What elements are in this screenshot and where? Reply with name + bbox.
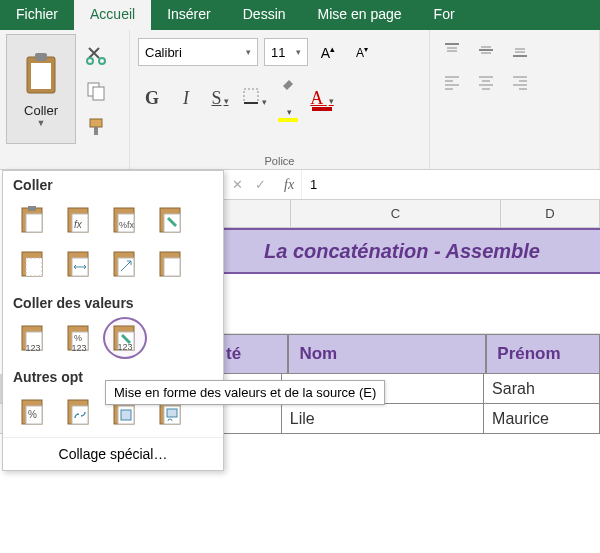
scissors-icon <box>85 44 107 66</box>
tooltip: Mise en forme des valeurs et de la sourc… <box>105 380 385 405</box>
paste-option-column-widths[interactable] <box>57 243 101 285</box>
title-merged-cell[interactable]: La concaténation - Assemble <box>222 228 600 274</box>
align-middle-button[interactable] <box>472 38 500 62</box>
paste-option-transpose[interactable] <box>103 243 147 285</box>
paste-option-keep-source-format[interactable] <box>149 199 193 241</box>
shrink-font-button[interactable]: A▾ <box>348 45 376 60</box>
paste-section-label: Coller <box>3 171 223 195</box>
align-right-button[interactable] <box>506 70 534 94</box>
menu-bar: Fichier Accueil Insérer Dessin Mise en p… <box>0 0 600 30</box>
svg-rect-68 <box>167 409 177 417</box>
svg-text:%: % <box>28 409 37 420</box>
svg-rect-44 <box>26 258 42 276</box>
menu-draw[interactable]: Dessin <box>227 0 302 30</box>
svg-text:%fx: %fx <box>119 220 135 230</box>
clipboard-merge-icon <box>156 248 186 280</box>
cell-nom[interactable]: Lile <box>282 404 484 434</box>
chevron-down-icon: ▾ <box>246 47 251 57</box>
svg-rect-9 <box>244 89 258 103</box>
font-color-button[interactable]: A ▾ <box>308 88 336 109</box>
paste-option-formulas-number[interactable]: %fx <box>103 199 147 241</box>
svg-rect-6 <box>93 87 104 100</box>
paste-values-number-format[interactable]: %123 <box>57 317 101 359</box>
align-bottom-icon <box>511 41 529 59</box>
menu-insert[interactable]: Insérer <box>151 0 227 30</box>
font-size-selector[interactable]: 11▾ <box>264 38 308 66</box>
paste-option-formulas[interactable]: fx <box>57 199 101 241</box>
svg-text:%: % <box>74 333 82 343</box>
font-group: Calibri▾ 11▾ A▴ A▾ G I S▾ ▾ ▾ A ▾ Police <box>130 30 430 169</box>
svg-rect-48 <box>118 258 134 276</box>
copy-icon <box>85 80 107 102</box>
accept-button[interactable]: ✓ <box>255 177 266 192</box>
align-right-icon <box>511 73 529 91</box>
font-name-value: Calibri <box>145 45 182 60</box>
align-left-button[interactable] <box>438 70 466 94</box>
paste-formatting[interactable]: % <box>11 391 55 433</box>
borders-button[interactable]: ▾ <box>240 87 268 110</box>
clipboard-icon <box>21 51 61 99</box>
header-prenom[interactable]: Prénom <box>486 334 600 374</box>
bold-button[interactable]: G <box>138 88 166 109</box>
svg-rect-2 <box>35 53 47 61</box>
paste-dropdown-panel: Coller fx %fx Coller des valeurs 123 %12… <box>2 170 224 471</box>
paste-button[interactable]: Coller ▼ <box>6 34 76 144</box>
format-painter-icon <box>85 116 107 138</box>
clipboard-transpose-icon <box>110 248 140 280</box>
menu-home[interactable]: Accueil <box>74 0 151 30</box>
svg-rect-34 <box>28 206 36 211</box>
underline-button[interactable]: S▾ <box>206 88 234 109</box>
paste-option-merge-conditional[interactable] <box>149 243 193 285</box>
formula-value[interactable]: 1 <box>302 177 325 192</box>
empty-row[interactable] <box>222 274 600 334</box>
cell-prenom[interactable]: Maurice <box>484 404 600 434</box>
borders-icon <box>242 87 260 105</box>
menu-file[interactable]: Fichier <box>0 0 74 30</box>
cancel-button[interactable]: ✕ <box>232 177 243 192</box>
paste-values-only[interactable]: 123 <box>11 317 55 359</box>
cell-prenom[interactable]: Sarah <box>484 374 600 404</box>
clipboard-width-icon <box>64 248 94 280</box>
paste-label: Coller <box>24 103 58 118</box>
format-painter-button[interactable] <box>80 112 112 142</box>
col-head-b-partial[interactable] <box>222 200 291 228</box>
svg-point-3 <box>87 58 93 64</box>
fx-label[interactable]: fx <box>284 177 294 193</box>
menu-layout[interactable]: Mise en page <box>302 0 418 30</box>
svg-text:fx: fx <box>74 219 83 230</box>
formula-bar: ✕ ✓ fx 1 <box>222 170 600 200</box>
svg-rect-65 <box>121 410 131 420</box>
clipboard-link-icon <box>64 396 94 428</box>
menu-formulas[interactable]: For <box>418 0 471 30</box>
svg-point-4 <box>99 58 105 64</box>
clipboard-brush-icon <box>156 204 186 236</box>
font-name-selector[interactable]: Calibri▾ <box>138 38 258 66</box>
grow-font-button[interactable]: A▴ <box>314 44 342 61</box>
cut-button[interactable] <box>80 40 112 70</box>
align-top-button[interactable] <box>438 38 466 62</box>
copy-button[interactable] <box>80 76 112 106</box>
paste-link[interactable] <box>57 391 101 433</box>
table-header-row: té Nom Prénom <box>222 334 600 374</box>
align-left-icon <box>443 73 461 91</box>
italic-button[interactable]: I <box>172 88 200 109</box>
header-nom[interactable]: Nom <box>288 334 486 374</box>
align-center-button[interactable] <box>472 70 500 94</box>
paste-values-source-format[interactable]: 123 <box>103 317 147 359</box>
clipboard-fx-icon: fx <box>64 204 94 236</box>
col-head-c[interactable]: C <box>291 200 501 228</box>
paste-option-all[interactable] <box>11 199 55 241</box>
clipboard-percent-fx-icon: %fx <box>110 204 140 236</box>
clipboard-format-icon: % <box>18 396 48 428</box>
chevron-down-icon: ▾ <box>296 47 301 57</box>
header-civility-truncated[interactable]: té <box>222 334 288 374</box>
svg-rect-1 <box>31 63 51 89</box>
paste-option-no-borders[interactable] <box>11 243 55 285</box>
col-head-d[interactable]: D <box>501 200 600 228</box>
paste-special-link[interactable]: Collage spécial… <box>3 437 223 470</box>
clipboard-group: Coller ▼ <box>0 30 130 169</box>
align-group <box>430 30 600 169</box>
svg-rect-62 <box>72 406 88 424</box>
fill-color-button[interactable]: ▾ <box>274 76 302 120</box>
align-bottom-button[interactable] <box>506 38 534 62</box>
